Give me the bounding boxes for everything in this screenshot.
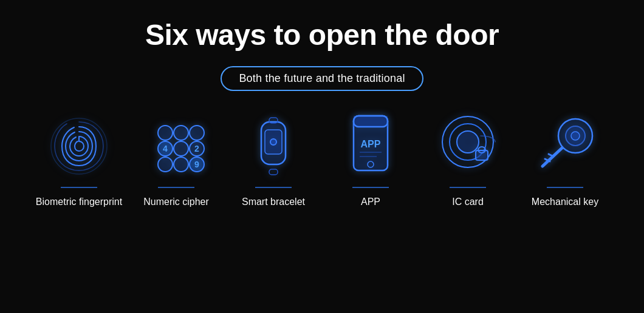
ic-icon xyxy=(434,113,501,180)
icon-item-bracelet: Smart bracelet xyxy=(225,113,322,207)
svg-point-28 xyxy=(457,131,479,153)
numeric-icon: 4 2 9 xyxy=(143,113,210,180)
bracelet-divider xyxy=(255,187,292,188)
app-icon: APP xyxy=(337,113,404,180)
icon-item-biometric: Biometric fingerprint xyxy=(30,113,128,207)
app-divider xyxy=(352,187,389,188)
svg-line-33 xyxy=(543,148,562,166)
svg-point-36 xyxy=(571,132,580,140)
svg-point-7 xyxy=(174,141,188,156)
svg-point-4 xyxy=(190,126,204,140)
icon-item-numeric: 4 2 9 Numeric cipher xyxy=(128,113,225,207)
key-divider xyxy=(547,187,583,188)
biometric-label: Biometric fingerprint xyxy=(36,197,122,207)
svg-text:9: 9 xyxy=(194,160,199,169)
svg-point-3 xyxy=(174,126,188,140)
svg-rect-29 xyxy=(476,150,488,160)
svg-point-16 xyxy=(270,139,276,145)
subtitle-badge: Both the future and the traditional xyxy=(221,66,423,91)
svg-rect-20 xyxy=(354,116,388,127)
svg-rect-18 xyxy=(269,169,278,175)
svg-text:4: 4 xyxy=(163,144,168,153)
svg-text:2: 2 xyxy=(194,144,199,153)
svg-line-34 xyxy=(549,154,553,156)
biometric-icon xyxy=(46,113,112,180)
numeric-label: Numeric cipher xyxy=(143,197,209,207)
icons-row: Biometric fingerprint 4 2 9 xyxy=(0,113,644,207)
ic-divider xyxy=(450,187,486,188)
numeric-divider xyxy=(158,187,194,188)
ic-label: IC card xyxy=(452,197,484,207)
svg-text:APP: APP xyxy=(361,139,381,149)
icon-item-app: APP APP xyxy=(322,113,419,207)
app-label: APP xyxy=(361,197,380,207)
key-icon xyxy=(532,113,598,180)
page-title: Six ways to open the door xyxy=(145,18,499,52)
key-label: Mechanical key xyxy=(532,197,598,207)
biometric-divider xyxy=(61,187,97,188)
svg-point-11 xyxy=(174,157,188,172)
bracelet-icon xyxy=(240,113,307,180)
icon-item-key: Mechanical key xyxy=(516,113,614,207)
svg-point-2 xyxy=(158,126,173,140)
icon-item-ic: IC card xyxy=(419,113,516,207)
svg-point-10 xyxy=(158,157,173,172)
bracelet-label: Smart bracelet xyxy=(242,197,305,207)
